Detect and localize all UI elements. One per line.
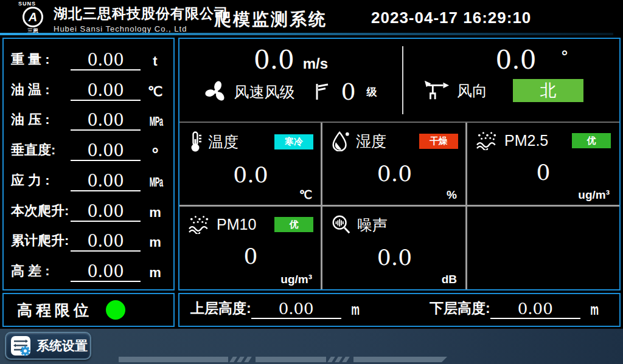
metric-label: 油 压 : xyxy=(11,111,71,132)
footer-decorative-stripe xyxy=(119,357,447,362)
sensor-unit: ℃ xyxy=(299,188,312,202)
pm25-status-badge: 优 xyxy=(572,133,611,148)
settings-sliders-gear-icon xyxy=(10,335,31,356)
metric-row-total-climb: 累计爬升: 0.00 m xyxy=(11,227,166,253)
lower-height-unit: m xyxy=(590,301,599,321)
metric-row-current-climb: 本次爬升: 0.00 m xyxy=(11,197,166,224)
metric-unit: ° xyxy=(144,149,166,163)
sensor-value: 0 xyxy=(188,244,313,269)
wind-direction-cell: 0.0 ° 风向 北 xyxy=(403,39,618,122)
noise-icon xyxy=(331,215,352,235)
wind-direction-label: 风向 xyxy=(457,81,487,101)
system-settings-button[interactable]: 系统设置 xyxy=(5,332,91,360)
company-name: 湖北三思科技股份有限公司 Hubei Sansi Technology Co.,… xyxy=(54,4,229,33)
wind-level-unit: 级 xyxy=(367,85,377,99)
sensor-unit: dB xyxy=(442,273,457,286)
sensor-unit: ug/m³ xyxy=(578,188,610,202)
metric-row-oil-temp: 油 温 : 0.00 ℃ xyxy=(11,76,166,103)
pm10-status-badge: 优 xyxy=(274,217,313,232)
wind-vane-icon xyxy=(424,80,450,101)
wind-level-icon xyxy=(314,82,330,101)
wind-speed-unit: m/s xyxy=(303,55,328,72)
footer-bar: 系统设置 xyxy=(0,329,623,364)
wind-direction-value: 0.0 xyxy=(496,46,537,74)
company-logo: SUNS A 三思 xyxy=(15,1,51,35)
metric-unit: m xyxy=(144,205,166,224)
lower-height-group: 下层高度: 0.00 m xyxy=(430,299,601,321)
hydraulic-metrics-panel: 重 量 : 0.00 t 油 温 : 0.00 ℃ 油 压 : 0.00 MPa… xyxy=(2,38,175,290)
metric-value: 0.00 xyxy=(71,202,141,222)
metric-value: 0.00 xyxy=(71,171,141,191)
upper-height-unit: m xyxy=(351,301,360,321)
sensor-label: 温度 xyxy=(208,132,238,152)
grid-line xyxy=(179,122,619,123)
company-name-cn: 湖北三思科技股份有限公司 xyxy=(54,4,229,23)
logo-suns-text: SUNS xyxy=(18,1,51,7)
upper-height-label: 上层高度: xyxy=(190,299,251,321)
pm25-cell: PM2.5 优 0 ug/m³ xyxy=(467,123,618,205)
metric-row-verticality: 垂直度: 0.00 ° xyxy=(11,136,166,163)
dust-icon xyxy=(188,215,211,234)
sensor-value: 0.0 xyxy=(188,162,313,187)
wind-direction-badge: 北 xyxy=(513,79,583,102)
upper-height-group: 上层高度: 0.00 m xyxy=(190,299,362,321)
wind-level-value: 0 xyxy=(341,80,355,103)
metric-row-stress: 应 力 : 0.00 MPa xyxy=(11,167,166,193)
metric-unit: MPa xyxy=(150,114,161,132)
metric-label: 应 力 : xyxy=(11,171,71,193)
metric-row-weight: 重 量 : 0.00 t xyxy=(11,46,166,72)
sensor-label: PM10 xyxy=(217,216,256,233)
system-settings-label: 系统设置 xyxy=(37,337,88,354)
metric-value: 0.00 xyxy=(71,111,141,131)
temperature-cell: 温度 寒冷 0.0 ℃ xyxy=(179,123,321,205)
sensor-value: 0.0 xyxy=(331,161,458,186)
metric-value: 0.00 xyxy=(71,141,141,161)
wind-speed-label: 风速风级 xyxy=(234,82,294,102)
metric-unit: m xyxy=(144,265,166,284)
sensor-value: 0.0 xyxy=(331,245,458,270)
metric-unit: ℃ xyxy=(144,84,166,103)
upper-height-value: 0.00 xyxy=(251,300,341,319)
sensor-label: PM2.5 xyxy=(504,132,548,149)
metric-label: 累计爬升: xyxy=(11,232,71,253)
metric-unit: m xyxy=(144,235,166,253)
layer-height-panel: 上层高度: 0.00 m 下层高度: 0.00 m xyxy=(178,293,621,327)
climbing-formwork-monitor-screen: SUNS A 三思 湖北三思科技股份有限公司 Hubei Sansi Techn… xyxy=(0,0,623,364)
metric-row-height-diff: 高 差 : 0.00 m xyxy=(11,257,166,284)
elevation-limit-label: 高程限位 xyxy=(17,300,92,320)
metric-row-oil-pressure: 油 压 : 0.00 MPa xyxy=(11,106,166,132)
noise-cell: 噪声 0.0 dB xyxy=(322,207,465,289)
sensor-label: 湿度 xyxy=(356,131,386,151)
sensor-unit: ug/m³ xyxy=(280,273,312,286)
sensor-label: 噪声 xyxy=(357,215,388,235)
lower-height-label: 下层高度: xyxy=(430,299,490,321)
humidity-cell: 湿度 干燥 0.0 % xyxy=(322,123,465,205)
elevation-limit-panel: 高程限位 xyxy=(2,293,175,327)
page-title: 爬模监测系统 xyxy=(214,8,327,31)
sensor-unit: % xyxy=(447,188,457,202)
grid-line xyxy=(179,205,619,207)
metric-value: 0.00 xyxy=(71,232,141,252)
metric-unit: t xyxy=(144,53,166,72)
metric-value: 0.00 xyxy=(71,81,141,101)
thermometer-icon xyxy=(188,131,203,153)
header-divider xyxy=(0,33,613,35)
metric-value: 0.00 xyxy=(71,50,141,70)
elevation-limit-indicator xyxy=(106,300,125,320)
metric-value: 0.00 xyxy=(71,262,141,282)
metric-label: 高 差 : xyxy=(11,262,71,284)
droplet-icon xyxy=(331,131,350,151)
dust-icon xyxy=(476,131,499,150)
metric-label: 重 量 : xyxy=(11,50,71,72)
lower-height-value: 0.00 xyxy=(490,300,580,319)
company-name-en: Hubei Sansi Technology Co., Ltd xyxy=(54,24,229,33)
pm10-cell: PM10 优 0 ug/m³ xyxy=(179,207,321,289)
sensor-value: 0 xyxy=(476,160,611,185)
environment-panel: 0.0 m/s 风速风级 xyxy=(178,38,621,290)
datetime-display: 2023-04-17 16:29:10 xyxy=(371,9,531,27)
metric-unit: MPa xyxy=(150,174,161,193)
wind-speed-cell: 0.0 m/s 风速风级 xyxy=(179,39,402,122)
metric-label: 油 温 : xyxy=(11,81,71,103)
fan-icon xyxy=(204,80,228,103)
logo-mark-icon: A xyxy=(23,7,43,27)
